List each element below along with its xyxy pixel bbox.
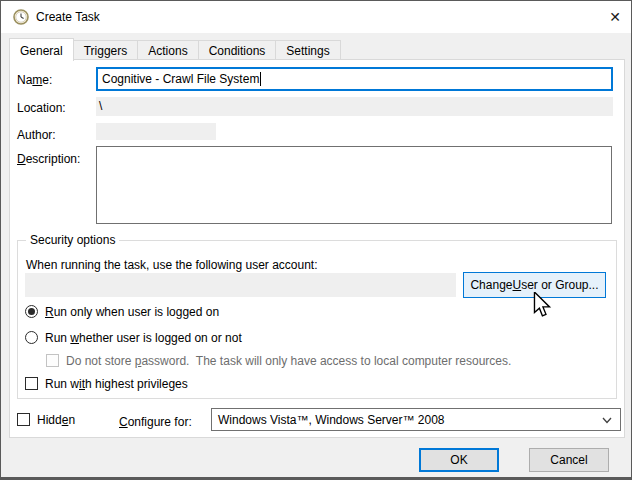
description-textarea[interactable] — [96, 146, 612, 224]
name-input[interactable]: Cognitive - Crawl File System — [96, 67, 613, 91]
checkbox-run-with-highest-privileges-label: Run with highest privileges — [45, 377, 188, 391]
titlebar: Create Task ✕ — [1, 1, 631, 33]
radio-run-only-when-logged-on-label: Run only when user is logged on — [45, 305, 219, 319]
create-task-dialog: Create Task ✕ General Triggers Actions C… — [0, 0, 632, 480]
close-button[interactable]: ✕ — [601, 5, 629, 29]
tab-triggers[interactable]: Triggers — [73, 40, 139, 60]
window-title: Create Task — [36, 10, 100, 24]
user-account-field — [25, 273, 456, 297]
tab-general[interactable]: General — [9, 38, 74, 61]
cancel-button[interactable]: Cancel — [529, 448, 609, 472]
checkbox-hidden[interactable] — [17, 413, 30, 426]
tabstrip: General Triggers Actions Conditions Sett… — [9, 37, 341, 60]
location-label: Location: — [17, 101, 66, 115]
radio-run-whether-logged-on-or-not-label: Run whether user is logged on or not — [45, 331, 242, 345]
mouse-cursor-icon — [532, 292, 552, 318]
tab-settings[interactable]: Settings — [275, 40, 340, 60]
account-hint: When running the task, use the following… — [26, 258, 318, 272]
ok-button[interactable]: OK — [419, 448, 499, 472]
description-label: Description: — [17, 152, 80, 166]
chevron-down-icon — [602, 417, 612, 424]
checkbox-run-with-highest-privileges[interactable] — [25, 377, 38, 390]
tab-actions[interactable]: Actions — [137, 40, 198, 60]
checkbox-do-not-store-password-label: Do not store password. The task will onl… — [66, 354, 511, 368]
name-label: Name: — [17, 73, 52, 87]
configure-for-value: Windows Vista™, Windows Server™ 2008 — [218, 413, 445, 427]
checkbox-hidden-label: Hidden — [37, 413, 75, 427]
tab-conditions[interactable]: Conditions — [198, 40, 277, 60]
configure-for-select[interactable]: Windows Vista™, Windows Server™ 2008 — [211, 408, 621, 431]
author-label: Author: — [17, 128, 56, 142]
task-scheduler-clock-icon — [13, 9, 29, 25]
location-value: \ — [99, 99, 102, 113]
name-input-value: Cognitive - Crawl File System — [102, 72, 259, 86]
configure-for-label: Configure for: — [119, 415, 192, 429]
close-icon: ✕ — [609, 9, 621, 25]
security-options-legend: Security options — [26, 233, 119, 247]
radio-run-whether-logged-on-or-not[interactable] — [25, 331, 38, 344]
author-field — [96, 123, 216, 140]
radio-run-only-when-logged-on[interactable] — [25, 305, 38, 318]
text-caret — [260, 72, 261, 86]
checkbox-do-not-store-password — [46, 354, 59, 367]
location-field: \ — [96, 97, 613, 116]
